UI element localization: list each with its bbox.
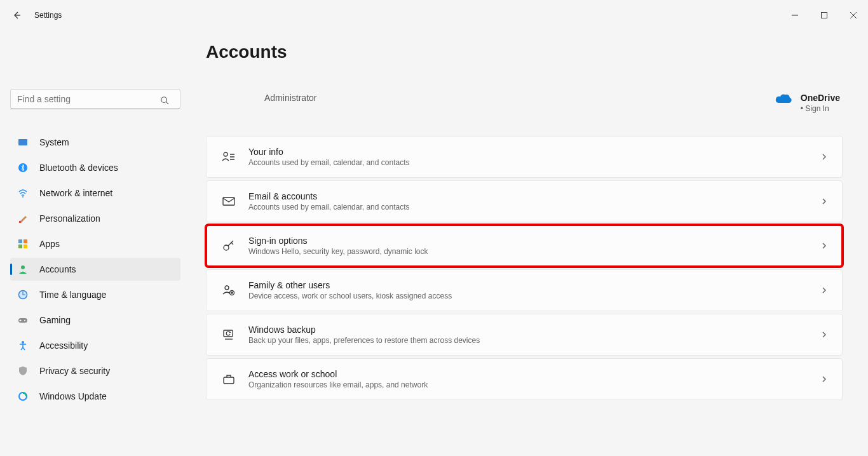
onedrive-block[interactable]: OneDrive Sign In — [775, 93, 840, 113]
svg-point-10 — [21, 265, 25, 269]
sidebar-item-network[interactable]: Network & internet — [10, 182, 180, 205]
svg-point-18 — [224, 245, 229, 250]
accessibility-icon — [18, 340, 28, 351]
card-subtitle: Accounts used by email, calendar, and co… — [248, 203, 820, 211]
sidebar-item-label: Network & internet — [39, 188, 112, 198]
sidebar-item-system[interactable]: System — [10, 131, 180, 154]
display-icon — [18, 137, 28, 147]
card-text: Sign-in options Windows Hello, security … — [248, 236, 820, 256]
sidebar-item-time-language[interactable]: Time & language — [10, 283, 180, 306]
close-icon — [850, 12, 857, 18]
onedrive-status: Sign In — [801, 104, 840, 113]
main-content: Accounts Administrator OneDrive Sign In — [191, 30, 868, 456]
sidebar-item-label: Time & language — [39, 290, 106, 300]
card-text: Your info Accounts used by email, calend… — [248, 147, 820, 167]
titlebar: Settings — [0, 0, 868, 30]
close-button[interactable] — [839, 5, 868, 25]
chevron-right-icon — [820, 242, 828, 250]
card-subtitle: Organization resources like email, apps,… — [248, 380, 820, 389]
mail-icon — [220, 194, 237, 208]
onedrive-title: OneDrive — [801, 93, 840, 103]
svg-rect-2 — [18, 139, 27, 145]
sidebar: System Bluetooth & devices Network & int… — [0, 30, 191, 456]
sidebar-item-apps[interactable]: Apps — [10, 232, 180, 255]
sidebar-item-label: System — [39, 137, 69, 147]
card-subtitle: Windows Hello, security key, password, d… — [248, 247, 820, 256]
arrow-left-icon — [11, 10, 22, 20]
sidebar-item-label: Apps — [39, 239, 60, 249]
card-sign-in-options[interactable]: Sign-in options Windows Hello, security … — [206, 225, 843, 267]
card-title: Windows backup — [248, 325, 820, 335]
minimize-icon — [792, 12, 798, 18]
maximize-icon — [821, 12, 827, 18]
card-text: Windows backup Back up your files, apps,… — [248, 325, 820, 345]
card-title: Your info — [248, 147, 820, 157]
shield-icon — [18, 366, 28, 376]
back-button[interactable] — [10, 9, 23, 22]
card-subtitle: Back up your files, apps, preferences to… — [248, 336, 820, 345]
titlebar-left: Settings — [10, 9, 62, 22]
bluetooth-icon — [18, 163, 28, 173]
chevron-right-icon — [820, 198, 828, 205]
person-icon — [18, 264, 28, 274]
paintbrush-icon — [18, 213, 28, 224]
card-family-other-users[interactable]: Family & other users Device access, work… — [206, 269, 843, 311]
wifi-icon — [18, 188, 28, 198]
svg-rect-9 — [24, 245, 27, 248]
family-icon — [220, 283, 237, 297]
gamepad-icon — [18, 315, 28, 325]
search-icon — [160, 96, 169, 105]
chevron-right-icon — [820, 153, 828, 161]
svg-rect-7 — [24, 239, 27, 243]
sidebar-item-accounts[interactable]: Accounts — [10, 258, 180, 281]
sidebar-item-label: Gaming — [39, 315, 71, 325]
card-title: Sign-in options — [248, 236, 820, 246]
card-subtitle: Accounts used by email, calendar, and co… — [248, 158, 820, 167]
svg-point-4 — [22, 196, 24, 198]
sidebar-item-privacy[interactable]: Privacy & security — [10, 359, 180, 382]
profile-role: Administrator — [264, 93, 316, 103]
sidebar-item-label: Accounts — [39, 264, 76, 274]
profile-text: Administrator — [264, 93, 316, 103]
your-info-icon — [220, 150, 237, 164]
svg-point-14 — [22, 341, 24, 344]
app-title: Settings — [34, 11, 62, 20]
sidebar-item-label: Privacy & security — [39, 366, 110, 376]
card-text: Email & accounts Accounts used by email,… — [248, 191, 820, 211]
svg-point-19 — [225, 286, 229, 290]
chevron-right-icon — [820, 286, 828, 294]
search-wrap — [10, 37, 180, 109]
apps-icon — [18, 239, 28, 249]
card-text: Access work or school Organization resou… — [248, 369, 820, 389]
svg-rect-6 — [18, 239, 22, 243]
sidebar-item-windows-update[interactable]: Windows Update — [10, 385, 180, 408]
card-your-info[interactable]: Your info Accounts used by email, calend… — [206, 136, 843, 178]
svg-rect-22 — [224, 377, 234, 384]
card-windows-backup[interactable]: Windows backup Back up your files, apps,… — [206, 314, 843, 356]
profile-left: Administrator — [208, 93, 316, 103]
sidebar-item-gaming[interactable]: Gaming — [10, 309, 180, 332]
window-controls — [780, 5, 868, 25]
card-title: Email & accounts — [248, 191, 820, 201]
globe-clock-icon — [18, 290, 28, 300]
search-input[interactable] — [10, 89, 180, 109]
sidebar-item-bluetooth[interactable]: Bluetooth & devices — [10, 156, 180, 179]
svg-point-13 — [24, 320, 25, 321]
nav-list: System Bluetooth & devices Network & int… — [10, 131, 180, 410]
onedrive-text: OneDrive Sign In — [801, 93, 840, 113]
maximize-button[interactable] — [810, 5, 839, 25]
card-title: Access work or school — [248, 369, 820, 379]
chevron-right-icon — [820, 375, 828, 383]
sidebar-item-label: Bluetooth & devices — [39, 163, 118, 173]
sidebar-item-accessibility[interactable]: Accessibility — [10, 334, 180, 357]
minimize-button[interactable] — [780, 5, 810, 25]
backup-icon — [220, 328, 237, 342]
sidebar-item-personalization[interactable]: Personalization — [10, 207, 180, 230]
card-email-accounts[interactable]: Email & accounts Accounts used by email,… — [206, 180, 843, 222]
card-access-work-school[interactable]: Access work or school Organization resou… — [206, 358, 843, 400]
chevron-right-icon — [820, 331, 828, 339]
svg-rect-17 — [223, 198, 234, 205]
card-list: Your info Accounts used by email, calend… — [206, 136, 843, 400]
card-text: Family & other users Device access, work… — [248, 280, 820, 300]
svg-rect-8 — [18, 245, 22, 248]
